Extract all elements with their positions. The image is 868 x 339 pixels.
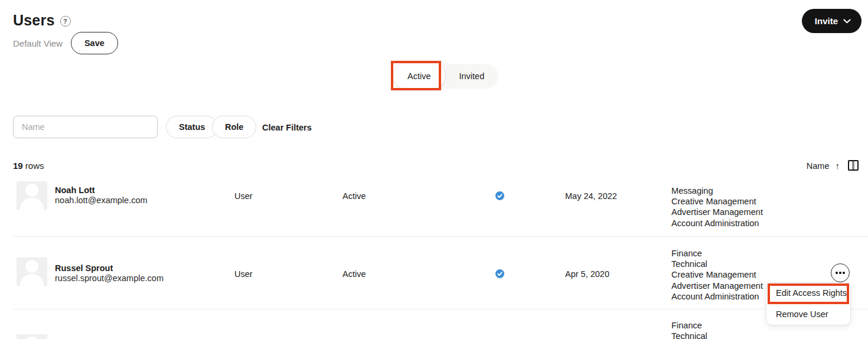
user-email: russel.sprout@example.com bbox=[55, 273, 164, 283]
permission-item: Account Administration bbox=[671, 291, 763, 302]
default-view-label: Default View bbox=[13, 38, 63, 48]
user-permissions: Finance Technical bbox=[671, 320, 707, 339]
user-name: Noah Lott bbox=[55, 185, 95, 195]
permission-item: Advertiser Management bbox=[671, 207, 763, 217]
user-status: Active bbox=[342, 191, 366, 201]
permission-item: Finance bbox=[671, 248, 763, 259]
user-date: Apr 5, 2020 bbox=[565, 269, 609, 279]
status-filter-button[interactable]: Status bbox=[166, 116, 218, 138]
name-filter-input[interactable] bbox=[13, 116, 158, 138]
user-email: noah.lott@example.com bbox=[55, 195, 148, 205]
status-toggle: Active Invited bbox=[393, 64, 498, 89]
user-date: May 24, 2022 bbox=[565, 191, 617, 201]
verified-check-icon bbox=[495, 191, 504, 200]
user-permissions: Finance Technical Creative Management Ad… bbox=[671, 248, 763, 302]
row-actions-menu: Edit Access Rights Remove User bbox=[766, 282, 851, 325]
chevron-down-icon bbox=[843, 19, 851, 24]
sort-ascending-icon: ↑ bbox=[836, 161, 840, 171]
row-actions-menu-button[interactable] bbox=[831, 263, 850, 282]
permission-item: Account Administration bbox=[671, 218, 763, 229]
permission-item: Advertiser Management bbox=[671, 281, 763, 291]
user-permissions: Messaging Creative Management Advertiser… bbox=[671, 185, 763, 229]
row-count-number: 19 bbox=[13, 161, 23, 171]
tab-active[interactable]: Active bbox=[393, 64, 445, 89]
ellipsis-icon bbox=[836, 272, 838, 274]
permission-item: Technical bbox=[671, 259, 763, 269]
user-status: Active bbox=[342, 269, 366, 279]
sort-column-label: Name bbox=[807, 161, 830, 171]
tab-invited[interactable]: Invited bbox=[445, 64, 499, 89]
permission-item: Creative Management bbox=[671, 196, 763, 207]
verified-check-icon bbox=[495, 269, 504, 278]
users-page: Users ? Default View Save Invite Active … bbox=[0, 0, 868, 339]
user-role: User bbox=[234, 191, 253, 201]
permission-item: Creative Management bbox=[671, 269, 763, 280]
avatar bbox=[17, 334, 47, 339]
avatar bbox=[17, 257, 47, 286]
invite-button[interactable]: Invite bbox=[802, 9, 862, 33]
help-icon[interactable]: ? bbox=[60, 16, 71, 27]
clear-filters-link[interactable]: Clear Filters bbox=[262, 123, 312, 132]
row-divider bbox=[13, 309, 868, 309]
row-count: 19 rows bbox=[13, 161, 44, 171]
invite-button-label: Invite bbox=[815, 16, 838, 26]
row-count-label: rows bbox=[25, 161, 44, 171]
user-role: User bbox=[234, 269, 253, 279]
role-filter-button[interactable]: Role bbox=[212, 116, 256, 138]
permission-item: Messaging bbox=[671, 185, 763, 196]
permission-item: Finance bbox=[671, 320, 707, 331]
view-row: Default View Save bbox=[13, 32, 118, 54]
user-name: Russel Sprout bbox=[55, 263, 113, 273]
avatar bbox=[17, 181, 47, 210]
menu-item-edit-access-rights[interactable]: Edit Access Rights bbox=[766, 283, 850, 304]
save-button[interactable]: Save bbox=[71, 32, 118, 54]
page-title-text: Users bbox=[13, 12, 55, 29]
permission-item: Technical bbox=[671, 331, 707, 339]
page-title: Users ? bbox=[13, 12, 71, 29]
menu-item-remove-user[interactable]: Remove User bbox=[766, 304, 850, 325]
row-divider bbox=[13, 236, 868, 237]
column-settings-icon[interactable] bbox=[848, 160, 859, 171]
sort-control[interactable]: Name ↑ bbox=[807, 161, 840, 171]
